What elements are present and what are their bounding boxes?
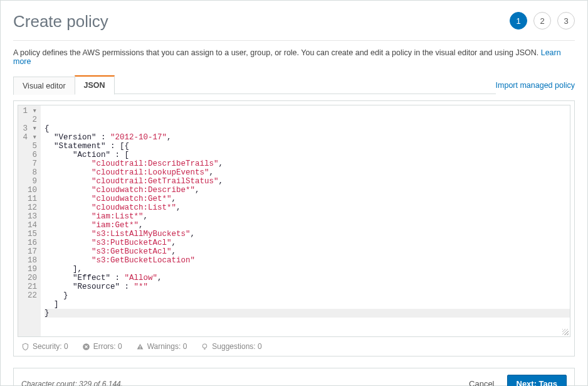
line-number: 5 <box>21 142 37 151</box>
tabs-row: Visual editor JSON Import managed policy <box>13 75 575 94</box>
code-line[interactable]: } <box>45 309 570 318</box>
status-suggestions: Suggestions: 0 <box>201 342 261 351</box>
line-gutter: 1 ▾23 ▾4 ▾567891011121314151617181920212… <box>18 105 41 336</box>
code-line[interactable]: "Action" : [ <box>45 151 570 159</box>
code-area[interactable]: { "Version" : "2012-10-17", "Statement" … <box>41 105 570 336</box>
line-number: 15 <box>21 230 37 239</box>
line-number: 22 <box>21 291 37 300</box>
line-number: 2 <box>21 115 37 124</box>
status-bar: Security: 0 Errors: 0 Warnings: 0 Sugges… <box>18 337 570 352</box>
tab-spacer <box>115 94 496 94</box>
code-line[interactable]: "Version" : "2012-10-17", <box>45 133 570 142</box>
code-line[interactable]: "s3:GetBucketAcl", <box>45 247 570 256</box>
resize-handle[interactable] <box>562 329 569 335</box>
svg-rect-2 <box>140 348 140 348</box>
code-line[interactable]: "s3:GetBucketLocation" <box>45 256 570 265</box>
code-line[interactable]: "cloudwatch:Get*", <box>45 195 570 203</box>
next-tags-button[interactable]: Next: Tags <box>507 375 567 386</box>
svg-point-3 <box>203 344 207 348</box>
code-line[interactable]: "iam:List*", <box>45 212 570 221</box>
json-editor[interactable]: 1 ▾23 ▾4 ▾567891011121314151617181920212… <box>18 105 570 337</box>
line-number: 10 <box>21 186 37 195</box>
warning-icon <box>136 343 144 351</box>
lightbulb-icon <box>201 343 209 351</box>
page-title: Create policy <box>13 12 108 31</box>
code-line[interactable]: "Effect" : "Allow", <box>45 274 570 282</box>
line-number: 19 <box>21 265 37 274</box>
tab-visual-editor[interactable]: Visual editor <box>13 77 75 95</box>
line-number: 13 <box>21 212 37 221</box>
svg-rect-1 <box>140 345 140 347</box>
step-1[interactable]: 1 <box>510 12 527 29</box>
code-line[interactable]: ] <box>45 300 570 309</box>
code-line[interactable]: { <box>45 124 570 133</box>
step-2[interactable]: 2 <box>533 12 551 29</box>
step-3[interactable]: 3 <box>557 12 575 29</box>
create-policy-page: Create policy 1 2 3 A policy defines the… <box>0 0 588 386</box>
code-line[interactable]: "s3:ListAllMyBuckets", <box>45 230 570 239</box>
code-line[interactable]: } <box>45 291 570 300</box>
code-line[interactable]: "cloudwatch:List*", <box>45 203 570 212</box>
line-number: 21 <box>21 282 37 291</box>
editor-container: 1 ▾23 ▾4 ▾567891011121314151617181920212… <box>13 100 575 357</box>
line-number: 16 <box>21 239 37 247</box>
line-number: 6 <box>21 151 37 159</box>
line-number: 1 ▾ <box>21 107 37 115</box>
code-line[interactable]: "iam:Get*", <box>45 221 570 230</box>
line-number: 7 <box>21 159 37 168</box>
status-security: Security: 0 <box>21 342 68 351</box>
line-number: 20 <box>21 274 37 282</box>
code-line[interactable]: "s3:PutBucketAcl", <box>45 239 570 247</box>
tab-json[interactable]: JSON <box>75 75 115 95</box>
status-security-text: Security: 0 <box>33 342 68 351</box>
code-line[interactable]: "cloudwatch:Describe*", <box>45 186 570 195</box>
import-managed-policy-link[interactable]: Import managed policy <box>496 81 575 94</box>
description-text: A policy defines the AWS permissions tha… <box>13 48 541 57</box>
code-line[interactable]: "cloudtrail:LookupEvents", <box>45 168 570 177</box>
line-number: 14 <box>21 221 37 230</box>
status-errors: Errors: 0 <box>82 342 122 351</box>
line-number: 9 <box>21 177 37 186</box>
header: Create policy 1 2 3 <box>13 12 575 41</box>
status-errors-text: Errors: 0 <box>93 342 122 351</box>
line-number: 8 <box>21 168 37 177</box>
code-line[interactable]: "cloudtrail:GetTrailStatus", <box>45 177 570 186</box>
status-warnings: Warnings: 0 <box>136 342 187 351</box>
character-count: Character count: 329 of 6,144. <box>21 380 123 387</box>
footer-bar: Character count: 329 of 6,144. Cancel Ne… <box>13 368 575 386</box>
error-icon <box>82 343 90 351</box>
line-number: 4 ▾ <box>21 133 37 142</box>
footer-actions: Cancel Next: Tags <box>463 375 567 386</box>
shield-icon <box>21 343 29 351</box>
line-number: 17 <box>21 247 37 256</box>
status-warnings-text: Warnings: 0 <box>147 342 187 351</box>
code-line[interactable]: "Statement" : [{ <box>45 142 570 151</box>
line-number: 3 ▾ <box>21 124 37 133</box>
status-suggestions-text: Suggestions: 0 <box>212 342 261 351</box>
code-line[interactable]: "cloudtrail:DescribeTrails", <box>45 159 570 168</box>
line-number: 12 <box>21 203 37 212</box>
code-line[interactable]: ], <box>45 265 570 274</box>
code-line[interactable]: "Resource" : "*" <box>45 282 570 291</box>
line-number: 18 <box>21 256 37 265</box>
cancel-button[interactable]: Cancel <box>463 375 500 386</box>
line-number: 11 <box>21 195 37 203</box>
wizard-steps: 1 2 3 <box>510 12 575 29</box>
policy-description: A policy defines the AWS permissions tha… <box>13 48 575 66</box>
